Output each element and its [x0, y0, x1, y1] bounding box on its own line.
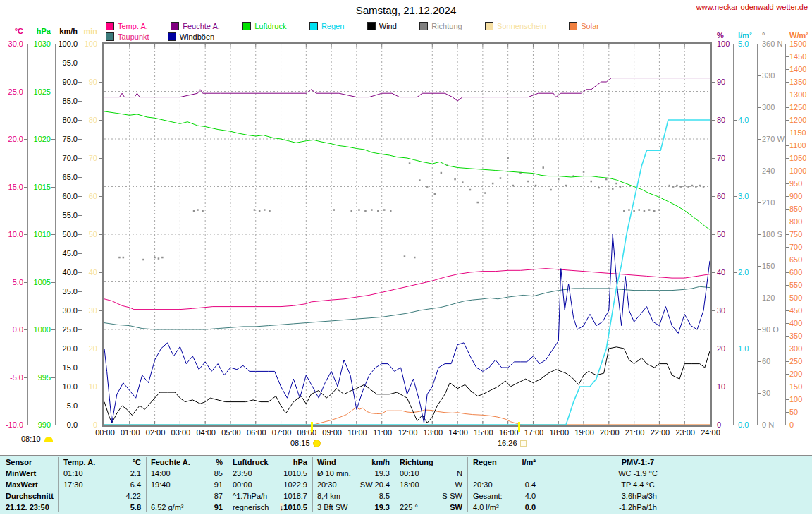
- axis-label-solar: 250: [789, 357, 802, 365]
- axis-label-solar: 1200: [789, 116, 806, 124]
- x-axis-label: 17:00: [522, 428, 546, 437]
- stat-value: 5.8: [63, 503, 141, 511]
- axis-label-windspeed: 45.0: [35, 249, 78, 258]
- axis-label-sunshine: 30: [55, 306, 97, 315]
- sunset-marker: 16:26: [498, 439, 527, 447]
- pmv-line: -1.2hPa/1h: [543, 503, 733, 511]
- x-axis-label: 21:00: [623, 428, 647, 437]
- legend-item-Luftdruck: Luftdruck: [242, 22, 286, 30]
- stat-value: 91: [151, 503, 223, 511]
- row-label-MinWert: MinWert: [6, 469, 36, 478]
- axis-label-solar: 650: [789, 255, 802, 264]
- axis-tick-direction: [758, 425, 761, 425]
- axis-label-solar: 400: [789, 319, 802, 327]
- axis-label-solar: 750: [789, 230, 802, 238]
- axis-label-sunshine: 100: [55, 40, 97, 48]
- axis-label-direction: 30: [762, 389, 770, 397]
- axis-label-solar: 1500: [789, 40, 806, 48]
- legend-label: Solar: [581, 22, 599, 30]
- rising-sun-icon: [44, 437, 53, 442]
- axis-label-direction: 180 S: [762, 230, 782, 238]
- stat-value: ↓1010.5: [233, 503, 307, 511]
- stat-value: N: [400, 469, 462, 478]
- stat-value: 85: [151, 469, 223, 478]
- axis-label-direction: 360 N: [762, 40, 782, 48]
- legend-item-Solar: Solar: [569, 22, 599, 30]
- x-axis-label: 09:00: [320, 428, 344, 437]
- axis-label-sunshine: 90: [55, 78, 97, 86]
- stat-value: 87: [151, 492, 223, 500]
- stat-value: SW 20.4: [317, 480, 390, 489]
- axis-tick-sunshine: [99, 349, 102, 349]
- x-axis-label: 07:00: [270, 428, 294, 437]
- legend-swatch-icon: [106, 22, 114, 30]
- legend-item-Sonnenschein: Sonnenschein: [485, 22, 546, 30]
- table-separator: [312, 457, 313, 512]
- axis-tick-windspeed: [78, 101, 82, 102]
- axis-tick-sunshine: [99, 272, 102, 273]
- axis-label-direction: 330: [762, 71, 775, 80]
- x-axis-label: 00:00: [93, 428, 117, 437]
- axis-tick-rain: [734, 272, 737, 273]
- axis-label-rain: 1.0: [738, 344, 749, 353]
- axis-label-solar: 1150: [789, 128, 806, 137]
- x-axis-label: 05:00: [219, 428, 243, 437]
- axis-label-solar: 100: [789, 395, 802, 404]
- axis-tick-direction: [758, 393, 761, 394]
- sunset-square-icon: [520, 440, 527, 447]
- axis-tick-humidity: [712, 425, 715, 425]
- axis-label-solar: 1350: [789, 78, 806, 86]
- legend-label: Feuchte A.: [183, 22, 220, 30]
- legend-item-Windböen: Windböen: [168, 32, 215, 41]
- col-unit-Wind: km/h: [317, 458, 390, 466]
- x-axis-label: 23:00: [673, 428, 697, 437]
- axis-label-sunshine: 60: [55, 192, 97, 200]
- x-axis-label: 24:00: [699, 428, 722, 437]
- axis-label-rain: 4.0: [738, 116, 749, 124]
- legend-label: Temp. A.: [118, 22, 148, 30]
- axis-tick-direction: [758, 298, 761, 298]
- legend-swatch-icon: [168, 32, 176, 41]
- legend-label: Regen: [321, 22, 344, 30]
- legend-swatch-icon: [569, 22, 577, 30]
- legend-item-Regen: Regen: [309, 22, 344, 30]
- axis-tick-sunshine: [99, 158, 102, 159]
- axis-tick-direction: [758, 234, 761, 235]
- legend-item-Temp. A.: Temp. A.: [106, 22, 148, 30]
- axis-label-direction: 120: [762, 293, 775, 302]
- axis-tick-humidity: [712, 120, 715, 121]
- axis-tick-windspeed: [78, 63, 82, 63]
- axis-label-windspeed: 35.0: [35, 287, 78, 296]
- axis-label-humidity: 60: [717, 192, 725, 200]
- axis-label-solar: 1400: [789, 65, 806, 73]
- stat-value: 91: [151, 480, 223, 489]
- axis-label-sunshine: 0: [55, 420, 97, 429]
- x-axis-label: 22:00: [648, 428, 672, 437]
- axis-tick-sunshine: [99, 425, 102, 425]
- legend-item-Richtung: Richtung: [419, 22, 462, 30]
- axis-unit-direction: °: [762, 31, 765, 40]
- x-axis-label: 18:00: [547, 428, 571, 437]
- x-axis-label: 13:00: [421, 428, 445, 437]
- axis-line-rain: [733, 44, 734, 425]
- axis-tick-direction: [758, 202, 761, 203]
- axis-tick-windspeed: [78, 139, 82, 140]
- website-link[interactable]: www.neckar-odenwald-wetter.de: [696, 3, 808, 11]
- x-axis-label: 16:00: [497, 428, 521, 437]
- axis-tick-windspeed: [78, 368, 82, 368]
- stat-value: 4.0: [473, 492, 536, 500]
- axis-tick-humidity: [712, 272, 715, 273]
- axis-tick-rain: [734, 425, 737, 425]
- axis-tick-windspeed: [78, 329, 82, 330]
- axis-tick-sunshine: [99, 234, 102, 235]
- axis-label-humidity: 90: [717, 78, 725, 86]
- table-separator: [228, 457, 228, 512]
- stat-value: 4.22: [63, 492, 141, 500]
- axis-tick-sunshine: [99, 120, 102, 121]
- x-axis-label: 15:00: [472, 428, 496, 437]
- legend-swatch-icon: [106, 32, 114, 41]
- row-label-MaxWert: MaxWert: [6, 480, 38, 489]
- axis-label-solar: 1100: [789, 141, 806, 150]
- axis-label-humidity: 40: [717, 268, 725, 277]
- x-axis-label: 11:00: [371, 428, 395, 437]
